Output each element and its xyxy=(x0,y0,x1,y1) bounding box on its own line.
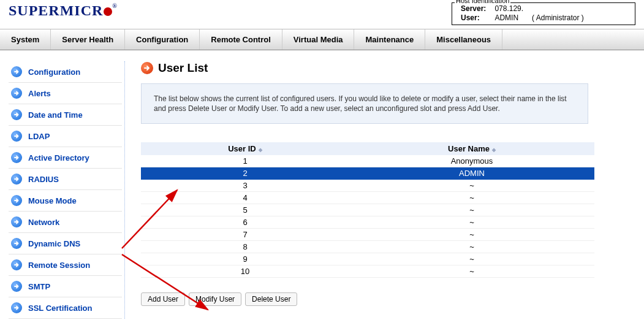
cell-user-id: 2 xyxy=(141,167,349,180)
table-row[interactable]: 9~ xyxy=(141,253,594,265)
logo-dot-icon xyxy=(104,7,112,16)
arrow-circle-icon xyxy=(11,174,22,185)
table-row[interactable]: 3~ xyxy=(141,180,594,192)
modify-user-button[interactable]: Modify User xyxy=(189,292,241,306)
nav-maintenance[interactable]: Maintenance xyxy=(354,29,425,50)
sort-icon: ◆ xyxy=(492,147,496,153)
cell-user-name: ~ xyxy=(349,216,594,229)
nav-server-health[interactable]: Server Health xyxy=(51,29,125,50)
cell-user-id: 8 xyxy=(141,241,349,253)
col-user-id[interactable]: User ID◆ xyxy=(141,142,349,155)
sidebar-item-active-directory[interactable]: Active Directory xyxy=(9,147,122,169)
table-row[interactable]: 4~ xyxy=(141,192,594,204)
sidebar-item-remote-session[interactable]: Remote Session xyxy=(9,254,122,276)
sidebar: ConfigurationAlertsDate and TimeLDAPActi… xyxy=(9,61,125,319)
sidebar-item-configuration[interactable]: Configuration xyxy=(9,61,122,83)
table-row[interactable]: 2ADMIN xyxy=(141,167,594,180)
info-box: The list below shows the current list of… xyxy=(141,83,588,124)
sidebar-item-label: Network xyxy=(28,218,59,227)
sidebar-item-label: SMTP xyxy=(28,282,50,291)
arrow-circle-icon xyxy=(11,238,22,249)
delete-user-button[interactable]: Delete User xyxy=(245,292,297,306)
user-value: ADMIN xyxy=(494,13,532,23)
sidebar-item-ldap[interactable]: LDAP xyxy=(9,126,122,147)
content: User List The list below shows the curre… xyxy=(125,61,644,319)
brand-logo: SUPERMICR® xyxy=(9,2,118,19)
cell-user-name: ~ xyxy=(349,192,594,204)
arrow-circle-icon xyxy=(11,88,22,99)
sidebar-item-label: Mouse Mode xyxy=(28,196,77,205)
arrow-circle-icon xyxy=(11,66,22,77)
sidebar-item-label: Configuration xyxy=(28,67,80,77)
sidebar-item-mouse-mode[interactable]: Mouse Mode xyxy=(9,190,122,212)
table-row[interactable]: 8~ xyxy=(141,241,594,253)
sidebar-item-smtp[interactable]: SMTP xyxy=(9,276,122,297)
arrow-circle-icon xyxy=(11,259,22,270)
cell-user-id: 7 xyxy=(141,229,349,241)
sidebar-item-date-and-time[interactable]: Date and Time xyxy=(9,104,122,126)
page-title-text: User List xyxy=(158,61,208,75)
table-row[interactable]: 7~ xyxy=(141,229,594,241)
sidebar-item-label: Dynamic DNS xyxy=(28,239,80,248)
arrow-circle-icon xyxy=(141,62,153,74)
col-user-name[interactable]: User Name◆ xyxy=(349,142,594,155)
cell-user-name: Anonymous xyxy=(349,155,594,167)
table-row[interactable]: 1Anonymous xyxy=(141,155,594,167)
user-table: User ID◆ User Name◆ 1Anonymous2ADMIN3~4~… xyxy=(141,142,594,278)
sidebar-item-network[interactable]: Network xyxy=(9,212,122,233)
server-label: Server: xyxy=(461,4,494,13)
page-title: User List xyxy=(141,61,631,75)
nav-virtual-media[interactable]: Virtual Media xyxy=(282,29,355,50)
arrow-circle-icon xyxy=(11,302,22,313)
sidebar-item-label: Active Directory xyxy=(28,153,89,162)
cell-user-id: 4 xyxy=(141,192,349,204)
user-label: User: xyxy=(461,13,494,23)
nav-configuration[interactable]: Configuration xyxy=(125,29,200,50)
host-identification-box: Host Identification Server: 078.129. Use… xyxy=(452,2,635,25)
sidebar-item-ssl-certification[interactable]: SSL Certification xyxy=(9,297,122,319)
user-role: ( Administrator ) xyxy=(532,13,593,23)
cell-user-id: 6 xyxy=(141,216,349,229)
cell-user-name: ADMIN xyxy=(349,167,594,180)
arrow-circle-icon xyxy=(11,109,22,120)
table-row[interactable]: 10~ xyxy=(141,265,594,278)
add-user-button[interactable]: Add User xyxy=(141,292,185,306)
table-row[interactable]: 6~ xyxy=(141,216,594,229)
cell-user-id: 3 xyxy=(141,180,349,192)
server-value: 078.129. xyxy=(494,4,532,13)
sidebar-item-alerts[interactable]: Alerts xyxy=(9,83,122,104)
arrow-circle-icon xyxy=(11,216,22,227)
sidebar-item-dynamic-dns[interactable]: Dynamic DNS xyxy=(9,233,122,254)
logo-trademark: ® xyxy=(112,2,117,9)
sidebar-item-label: Alerts xyxy=(28,89,51,98)
action-buttons: Add User Modify User Delete User xyxy=(141,292,631,306)
arrow-circle-icon xyxy=(11,195,22,206)
cell-user-id: 5 xyxy=(141,204,349,216)
cell-user-name: ~ xyxy=(349,265,594,278)
cell-user-name: ~ xyxy=(349,180,594,192)
arrow-circle-icon xyxy=(11,152,22,163)
sidebar-item-label: Date and Time xyxy=(28,110,83,120)
sidebar-item-label: SSL Certification xyxy=(28,304,93,313)
logo-text: SUPERMICR xyxy=(9,2,103,18)
nav-miscellaneous[interactable]: Miscellaneous xyxy=(425,29,502,50)
main-navbar: System Server Health Configuration Remot… xyxy=(0,29,644,50)
col-user-name-label: User Name xyxy=(448,144,490,153)
arrow-circle-icon xyxy=(11,281,22,292)
cell-user-name: ~ xyxy=(349,229,594,241)
cell-user-id: 9 xyxy=(141,253,349,265)
sort-icon: ◆ xyxy=(259,147,262,153)
arrow-circle-icon xyxy=(11,131,22,142)
table-row[interactable]: 5~ xyxy=(141,204,594,216)
cell-user-name: ~ xyxy=(349,253,594,265)
sidebar-item-radius[interactable]: RADIUS xyxy=(9,169,122,190)
sidebar-item-label: Remote Session xyxy=(28,261,90,270)
cell-user-id: 10 xyxy=(141,265,349,278)
cell-user-id: 1 xyxy=(141,155,349,167)
col-user-id-label: User ID xyxy=(228,144,256,153)
nav-remote-control[interactable]: Remote Control xyxy=(200,29,282,50)
nav-system[interactable]: System xyxy=(0,29,51,50)
cell-user-name: ~ xyxy=(349,204,594,216)
host-legend: Host Identification xyxy=(455,0,510,4)
sidebar-item-label: RADIUS xyxy=(28,175,59,184)
